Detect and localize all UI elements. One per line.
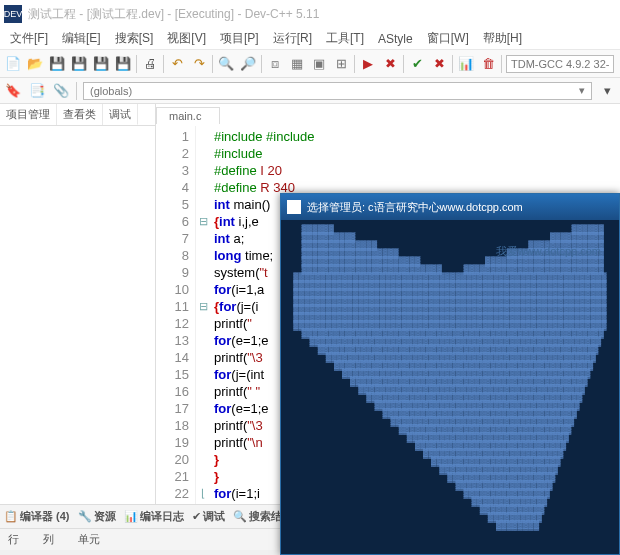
menu-run[interactable]: 运行[R] — [267, 28, 318, 49]
menu-window[interactable]: 窗口[W] — [421, 28, 475, 49]
rebuild-icon[interactable]: ⊞ — [332, 55, 350, 73]
tab-search[interactable]: 🔍 搜索结 — [233, 509, 282, 524]
heart-output: ▓▓▓▓▓▓ ▓▓▓▓▓▓ ▓▓▓▓▓▓▓▓▓▓ ▓▓▓▓▓▓▓▓▓▓ ▓▓▓▓… — [281, 226, 619, 530]
remove-icon[interactable]: 🗑 — [479, 55, 497, 73]
stop-icon[interactable]: ✖ — [381, 55, 399, 73]
goto-icon[interactable]: 📑 — [28, 82, 46, 100]
menu-view[interactable]: 视图[V] — [161, 28, 212, 49]
separator — [354, 55, 355, 73]
saveall-icon[interactable]: 💾 — [70, 55, 88, 73]
cancel-icon[interactable]: ✖ — [430, 55, 448, 73]
tab-project[interactable]: 项目管理 — [0, 104, 57, 125]
separator — [452, 55, 453, 73]
compiler-select[interactable]: TDM-GCC 4.9.2 32- — [506, 55, 614, 73]
console-titlebar[interactable]: 选择管理员: c语言研究中心www.dotcpp.com — [281, 194, 619, 220]
dropdown-icon[interactable]: ▾ — [598, 82, 616, 100]
menu-project[interactable]: 项目[P] — [214, 28, 265, 49]
save-icon[interactable]: 💾 — [48, 55, 66, 73]
toolbar-secondary: 🔖 📑 📎 (globals)▾ ▾ — [0, 78, 620, 104]
separator — [212, 55, 213, 73]
tab-resources[interactable]: 🔧 资源 — [78, 509, 116, 524]
replace-icon[interactable]: 🔎 — [239, 55, 257, 73]
menu-astyle[interactable]: AStyle — [372, 30, 419, 48]
menu-tools[interactable]: 工具[T] — [320, 28, 370, 49]
debug-icon[interactable]: ▶ — [359, 55, 377, 73]
menu-edit[interactable]: 编辑[E] — [56, 28, 107, 49]
profile-icon[interactable]: 📊 — [457, 55, 475, 73]
app-icon: DEV — [4, 5, 22, 23]
separator — [261, 55, 262, 73]
console-window[interactable]: 选择管理员: c语言研究中心www.dotcpp.com 我爱www.dotcp… — [280, 193, 620, 555]
watermark-text: 我爱www.dotcpp.com — [496, 244, 601, 259]
menu-search[interactable]: 搜索[S] — [109, 28, 160, 49]
redo-icon[interactable]: ↷ — [190, 55, 208, 73]
open-icon[interactable]: 📂 — [26, 55, 44, 73]
check-icon[interactable]: ✔ — [408, 55, 426, 73]
menu-bar: 文件[F] 编辑[E] 搜索[S] 视图[V] 项目[P] 运行[R] 工具[T… — [0, 28, 620, 50]
compile-icon[interactable]: ⧈ — [266, 55, 284, 73]
compile-run-icon[interactable]: ▣ — [310, 55, 328, 73]
tab-debug-bottom[interactable]: ✔ 调试 — [192, 509, 225, 524]
new-icon[interactable]: 📄 — [4, 55, 22, 73]
toolbar-main: 📄 📂 💾 💾 💾 💾 🖨 ↶ ↷ 🔍 🔎 ⧈ ▦ ▣ ⊞ ▶ ✖ ✔ ✖ 📊 … — [0, 50, 620, 78]
tab-compilelog[interactable]: 📊 编译日志 — [124, 509, 184, 524]
tab-classes[interactable]: 查看类 — [57, 104, 103, 125]
fold-gutter[interactable]: ⊟⊟⌊⌊⊟ — [196, 126, 210, 504]
file-tab-main[interactable]: main.c — [156, 107, 220, 124]
menu-file[interactable]: 文件[F] — [4, 28, 54, 49]
scope-select[interactable]: (globals)▾ — [83, 82, 592, 100]
status-unit: 单元 — [78, 532, 100, 547]
sidebar-tabs: 项目管理 查看类 调试 — [0, 104, 155, 126]
console-title-text: 选择管理员: c语言研究中心www.dotcpp.com — [307, 200, 523, 215]
console-icon — [287, 200, 301, 214]
separator — [136, 55, 137, 73]
insert-icon[interactable]: 📎 — [52, 82, 70, 100]
save4-icon[interactable]: 💾 — [114, 55, 132, 73]
separator — [403, 55, 404, 73]
console-body: 我爱www.dotcpp.com ▓▓▓▓▓▓ ▓▓▓▓▓▓ ▓▓▓▓▓▓▓▓▓… — [281, 220, 619, 552]
status-col: 列 — [43, 532, 54, 547]
separator — [501, 55, 502, 73]
status-row: 行 — [8, 532, 19, 547]
tab-compiler[interactable]: 📋 编译器 (4) — [4, 509, 70, 524]
title-bar: DEV 测试工程 - [测试工程.dev] - [Executing] - De… — [0, 0, 620, 28]
window-title: 测试工程 - [测试工程.dev] - [Executing] - Dev-C+… — [28, 6, 319, 23]
run-icon[interactable]: ▦ — [288, 55, 306, 73]
save3-icon[interactable]: 💾 — [92, 55, 110, 73]
tab-debug[interactable]: 调试 — [103, 104, 138, 125]
separator — [163, 55, 164, 73]
sidebar: 项目管理 查看类 调试 — [0, 104, 156, 504]
menu-help[interactable]: 帮助[H] — [477, 28, 528, 49]
find-icon[interactable]: 🔍 — [217, 55, 235, 73]
file-tabs: main.c — [156, 104, 620, 126]
separator — [76, 82, 77, 100]
line-gutter: 1234567891011121314151617181920212223242… — [156, 126, 196, 504]
undo-icon[interactable]: ↶ — [168, 55, 186, 73]
bookmark-icon[interactable]: 🔖 — [4, 82, 22, 100]
print-icon[interactable]: 🖨 — [141, 55, 159, 73]
